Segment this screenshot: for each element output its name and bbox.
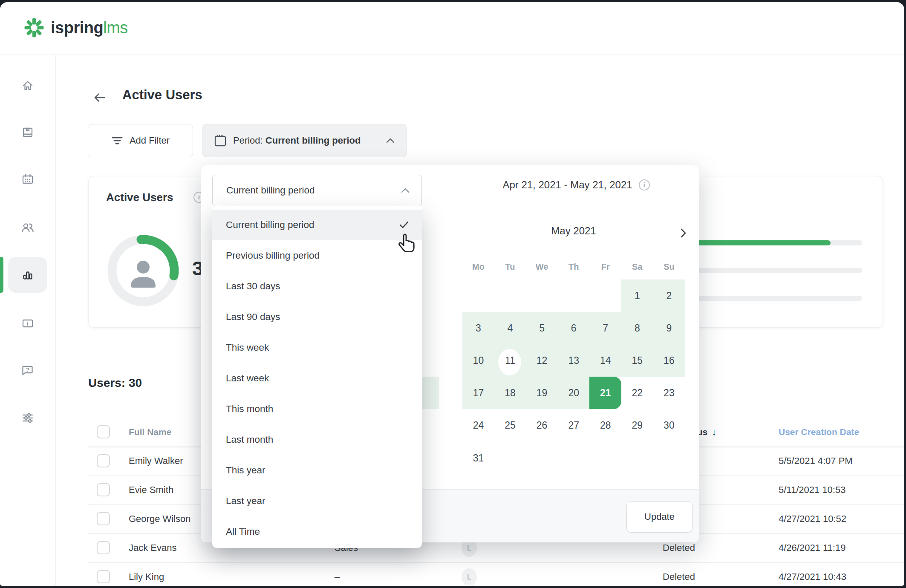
dropdown-option[interactable]: Last 30 days [212,271,422,302]
calendar-day[interactable]: 6 [558,312,590,344]
header-full-name[interactable]: Full Name [129,418,171,447]
calendar-day[interactable]: 22 [621,377,653,409]
calendar-day[interactable]: 12 [526,344,558,377]
users-count-heading: Users: 30 [88,376,142,390]
calendar-day[interactable]: 14 [589,344,621,377]
weekday-label: Fr [589,260,621,274]
calendar-day[interactable]: 11 [494,344,526,377]
dropdown-option-label: This week [226,342,269,353]
dropdown-option[interactable]: Previous billing period [212,240,422,271]
calendar-day[interactable]: 9 [653,312,685,344]
calendar-day[interactable]: 1 [621,280,653,312]
row-checkbox[interactable] [97,512,110,525]
calendar-day[interactable]: 18 [494,377,526,409]
weekday-label: Su [653,260,685,274]
active-users-donut [107,234,179,307]
row-checkbox[interactable] [97,454,110,467]
mouse-cursor-pointer [396,233,416,254]
back-arrow-button[interactable] [92,90,107,105]
home-icon [20,78,35,93]
cell-avatar: L [462,562,477,586]
info-card-icon [20,316,35,331]
avatar: L [462,568,477,586]
cell-user-creation-date: 4/26/2021 11:19 [779,533,845,562]
cell-full-name: George Wilson [129,504,191,533]
calendar-day[interactable]: 26 [526,409,558,442]
cell-full-name: Emily Walker [129,447,183,476]
select-all-checkbox[interactable] [97,425,110,438]
calendar-day[interactable]: 7 [589,312,621,344]
users-icon [20,220,35,236]
date-range-text: Apr 21, 2021 - May 21, 2021 [502,179,632,191]
calendar-day[interactable]: 31 [462,442,494,474]
dropdown-option-label: This month [226,404,273,415]
sidebar-item-users[interactable] [0,210,55,246]
ispring-lms-logo: ispringlms [24,17,128,38]
calendar-day[interactable]: 2 [653,280,685,312]
cell-user-creation-date: 5/5/2021 4:07 PM [779,447,853,476]
calendar-day[interactable]: 21 [589,377,621,409]
sidebar-item-calendar[interactable] [0,161,55,197]
sidebar-item-info[interactable] [0,306,55,341]
help-bubble-icon: ? [20,363,35,378]
dropdown-option-label: Last 30 days [226,281,280,292]
cell-user-creation-date: 4/27/2021 10:43 [779,562,846,586]
sidebar-item-help[interactable]: ? [0,353,55,389]
dropdown-option[interactable]: All Time [212,516,422,547]
calendar-day[interactable]: 16 [653,344,685,377]
period-select-field[interactable]: Current billing period [212,175,422,206]
calendar-icon [214,134,227,147]
dropdown-option[interactable]: Last month [212,424,422,455]
calendar-day[interactable]: 20 [558,377,590,409]
logo-primary: ispring [51,19,103,37]
period-filter-button[interactable]: Period: Current billing period [202,124,407,157]
sidebar-item-settings[interactable] [0,400,55,436]
sidebar-item-reports[interactable] [0,257,55,293]
calendar-day[interactable]: 13 [558,344,590,377]
period-prefix: Period: [233,135,265,146]
card-title: Active Users [106,191,173,204]
calendar-day[interactable]: 23 [653,377,685,409]
calendar-day[interactable]: 24 [462,409,494,442]
calendar-day[interactable]: 10 [462,344,494,377]
add-filter-button[interactable]: Add Filter [88,124,193,157]
calendar-day[interactable]: 15 [621,344,653,377]
calendar-day[interactable]: 27 [558,409,590,442]
calendar-icon [20,172,35,187]
calendar-day[interactable]: 29 [621,409,653,442]
dropdown-option[interactable]: This year [212,455,422,486]
sidebar-item-courses[interactable] [0,115,55,150]
row-checkbox[interactable] [97,483,110,496]
sidebar: ? [0,55,56,586]
update-button[interactable]: Update [626,501,692,533]
calendar-day[interactable]: 8 [621,312,653,344]
row-checkbox[interactable] [97,570,110,583]
chevron-up-icon [400,187,410,194]
calendar-day[interactable]: 3 [462,312,494,344]
row-checkbox[interactable] [97,541,110,554]
logo-text: ispringlms [51,19,128,37]
sidebar-item-home[interactable] [0,67,55,103]
calendar-day[interactable]: 19 [526,377,558,409]
calendar-day[interactable]: 30 [653,409,685,442]
header-user-creation-date[interactable]: User Creation Date [779,418,859,447]
cell-user-creation-date: 5/11/2021 10:53 [779,476,845,504]
calendar-month-title: May 2021 [462,225,685,237]
dropdown-option[interactable]: Last 90 days [212,302,422,332]
top-bar: ispringlms [0,2,904,55]
calendar-day[interactable]: 4 [494,312,526,344]
calendar-day[interactable]: 5 [526,312,558,344]
dropdown-option[interactable]: Last week [212,363,422,394]
calendar-day[interactable]: 25 [494,409,526,442]
next-month-button[interactable] [678,228,689,239]
range-info-icon[interactable]: i [639,179,650,190]
table-row[interactable]: Lily King–LDeleted4/27/2021 10:43 [88,562,904,586]
calendar-day[interactable]: 17 [462,377,494,409]
app-window: ispringlms [0,2,904,586]
dropdown-option[interactable]: Last year [212,486,422,516]
sort-descending-icon[interactable]: ↓ [712,427,716,438]
dropdown-option[interactable]: This week [212,332,422,363]
dropdown-option[interactable]: Current billing period [212,210,422,240]
calendar-day[interactable]: 28 [589,409,621,442]
dropdown-option[interactable]: This month [212,394,422,424]
